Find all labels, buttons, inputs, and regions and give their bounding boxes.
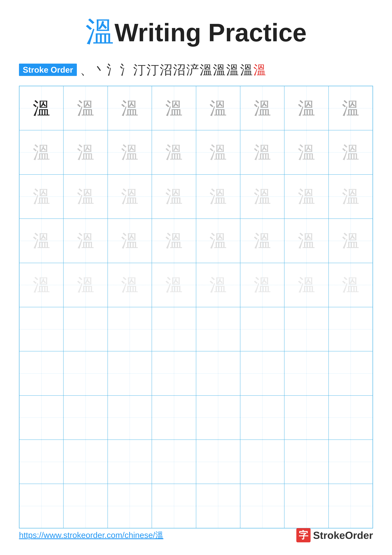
grid-cell-empty[interactable] <box>108 440 152 484</box>
stroke-9: 浐 <box>186 64 199 76</box>
grid-cell[interactable]: 溫 <box>64 130 107 174</box>
grid-cell-empty[interactable] <box>240 307 284 351</box>
grid-cell-empty[interactable] <box>284 351 328 395</box>
grid-cell[interactable]: 溫 <box>152 130 196 174</box>
grid-cell[interactable]: 溫 <box>328 263 373 307</box>
grid-cell[interactable]: 溫 <box>152 175 196 219</box>
grid-cell-empty[interactable] <box>240 351 284 395</box>
grid-cell[interactable]: 溫 <box>64 175 107 219</box>
grid-cell[interactable]: 溫 <box>328 130 373 174</box>
grid-cell-empty[interactable] <box>64 440 107 484</box>
stroke-3: 氵 <box>107 64 119 76</box>
grid-cell-empty[interactable] <box>328 395 373 440</box>
grid-cell-empty[interactable] <box>240 484 284 528</box>
grid-cell[interactable]: 溫 <box>108 130 152 174</box>
grid-cell[interactable]: 溫 <box>64 263 107 307</box>
grid-cell[interactable]: 溫 <box>152 86 196 130</box>
grid-cell-empty[interactable] <box>152 351 196 395</box>
grid-cell-empty[interactable] <box>108 395 152 440</box>
grid-cell-empty[interactable] <box>152 395 196 440</box>
grid-cell[interactable]: 溫 <box>64 86 107 130</box>
grid-cell[interactable]: 溫 <box>328 86 373 130</box>
grid-cell-empty[interactable] <box>328 484 373 528</box>
grid-cell-empty[interactable] <box>64 395 107 440</box>
grid-cell-empty[interactable] <box>240 440 284 484</box>
grid-cell-empty[interactable] <box>64 307 107 351</box>
stroke-7: 沼 <box>160 64 172 76</box>
grid-cell-empty[interactable] <box>328 351 373 395</box>
grid-cell[interactable]: 溫 <box>108 86 152 130</box>
grid-cell[interactable]: 溫 <box>284 219 328 263</box>
grid-cell-empty[interactable] <box>19 395 64 440</box>
practice-char: 溫 <box>254 100 271 117</box>
grid-cell[interactable]: 溫 <box>64 219 107 263</box>
grid-cell[interactable]: 溫 <box>19 130 64 174</box>
practice-char: 溫 <box>33 144 50 161</box>
grid-cell-empty[interactable] <box>19 484 64 528</box>
grid-cell[interactable]: 溫 <box>240 219 284 263</box>
stroke-2: 丶 <box>93 64 106 76</box>
grid-cell-empty[interactable] <box>64 351 107 395</box>
footer-url[interactable]: https://www.strokeorder.com/chinese/溫 <box>19 530 163 541</box>
grid-cell-empty[interactable] <box>19 307 64 351</box>
grid-cell[interactable]: 溫 <box>240 263 284 307</box>
grid-cell[interactable]: 溫 <box>284 263 328 307</box>
grid-cell[interactable]: 溫 <box>284 86 328 130</box>
grid-cell-empty[interactable] <box>196 440 240 484</box>
grid-cell[interactable]: 溫 <box>240 175 284 219</box>
grid-cell[interactable]: 溫 <box>152 219 196 263</box>
practice-char: 溫 <box>121 100 138 117</box>
grid-cell-empty[interactable] <box>328 440 373 484</box>
grid-cell-empty[interactable] <box>284 440 328 484</box>
grid-cell-empty[interactable] <box>19 351 64 395</box>
practice-char: 溫 <box>342 188 359 205</box>
grid-cell[interactable]: 溫 <box>19 219 64 263</box>
grid-cell-empty[interactable] <box>240 395 284 440</box>
grid-cell[interactable]: 溫 <box>284 175 328 219</box>
stroke-11: 溫 <box>213 64 226 76</box>
grid-cell[interactable]: 溫 <box>152 263 196 307</box>
grid-cell[interactable]: 溫 <box>328 219 373 263</box>
grid-cell-empty[interactable] <box>19 440 64 484</box>
grid-cell-empty[interactable] <box>108 351 152 395</box>
grid-cell[interactable]: 溫 <box>19 86 64 130</box>
grid-cell[interactable]: 溫 <box>328 175 373 219</box>
grid-cell-empty[interactable] <box>284 307 328 351</box>
grid-cell-empty[interactable] <box>108 484 152 528</box>
practice-grid: 溫 溫 溫 溫 溫 溫 溫 溫 溫 溫 溫 <box>19 86 373 528</box>
grid-cell-empty[interactable] <box>196 307 240 351</box>
practice-char: 溫 <box>298 144 315 161</box>
grid-cell-empty[interactable] <box>64 484 107 528</box>
grid-cell-empty[interactable] <box>328 307 373 351</box>
grid-cell-empty[interactable] <box>196 484 240 528</box>
grid-cell[interactable]: 溫 <box>196 86 240 130</box>
practice-char: 溫 <box>298 276 315 294</box>
grid-cell-empty[interactable] <box>108 307 152 351</box>
practice-char: 溫 <box>342 276 359 294</box>
grid-cell[interactable]: 溫 <box>196 219 240 263</box>
practice-char: 溫 <box>33 232 50 249</box>
grid-cell[interactable]: 溫 <box>19 175 64 219</box>
grid-cell[interactable]: 溫 <box>196 175 240 219</box>
grid-cell-empty[interactable] <box>152 440 196 484</box>
practice-char: 溫 <box>165 188 183 205</box>
grid-cell[interactable]: 溫 <box>240 86 284 130</box>
footer-logo-text: StrokeOrder <box>313 529 373 541</box>
grid-cell[interactable]: 溫 <box>284 130 328 174</box>
grid-cell[interactable]: 溫 <box>196 263 240 307</box>
grid-cell[interactable]: 溫 <box>108 175 152 219</box>
grid-cell-empty[interactable] <box>196 351 240 395</box>
grid-cell-empty[interactable] <box>152 307 196 351</box>
practice-char: 溫 <box>77 188 94 205</box>
grid-cell[interactable]: 溫 <box>240 130 284 174</box>
grid-cell[interactable]: 溫 <box>108 263 152 307</box>
grid-cell-empty[interactable] <box>284 484 328 528</box>
practice-char: 溫 <box>77 232 94 249</box>
grid-cell[interactable]: 溫 <box>196 130 240 174</box>
grid-cell[interactable]: 溫 <box>19 263 64 307</box>
stroke-13: 溫 <box>240 64 253 76</box>
grid-cell-empty[interactable] <box>152 484 196 528</box>
grid-cell-empty[interactable] <box>284 395 328 440</box>
grid-cell-empty[interactable] <box>196 395 240 440</box>
grid-cell[interactable]: 溫 <box>108 219 152 263</box>
